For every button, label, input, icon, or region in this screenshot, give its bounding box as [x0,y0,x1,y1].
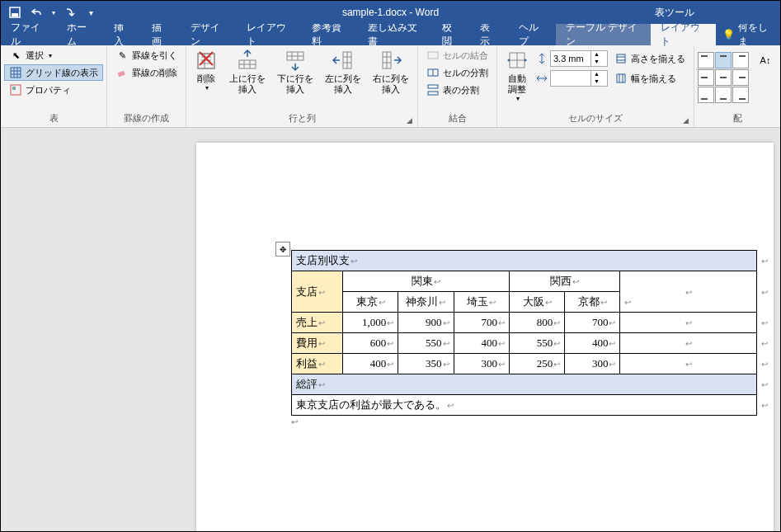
table-title-row: 支店別収支↩↩ [292,251,757,271]
properties-button[interactable]: プロパティ [4,82,103,98]
height-up[interactable]: ▲ [591,51,602,59]
table-move-handle-icon[interactable]: ✥ [275,242,290,257]
pencil-icon: ✎ [115,49,129,62]
split-cells-button[interactable]: セルの分割 [421,64,493,81]
group-align-label: 配 [698,111,777,127]
split-cells-icon [426,66,440,79]
tab-table-layout[interactable]: レイアウト [651,24,716,45]
window-title: sample-1.docx - Word [342,7,439,18]
insert-col-right-button[interactable]: 右に列を 挿入 [368,47,414,97]
tab-draw[interactable]: 描画 [142,24,180,45]
table-summary-row: 東京支店の利益が最大である。↩↩ [292,395,757,416]
tab-layout[interactable]: レイアウト [237,24,302,45]
text-dir-icon: A↕ [759,54,772,67]
align-top-right[interactable] [732,52,749,68]
ribbon-tabs: ファイル ホーム 挿入 描画 デザイン レイアウト 参考資料 差し込み文書 校閲… [1,24,780,45]
svg-rect-2 [11,68,21,78]
width-up[interactable]: ▲ [591,71,602,78]
undo-icon[interactable] [29,5,44,20]
eraser-icon [115,66,129,79]
svg-rect-5 [118,71,125,77]
align-bot-center[interactable] [715,87,732,103]
align-top-center[interactable] [715,52,732,68]
autofit-icon [506,49,529,72]
dist-rows-icon [614,52,628,65]
text-direction-button[interactable]: A↕ [754,52,777,68]
delete-icon [195,49,218,72]
group-alignment: A↕ 配 [694,45,781,127]
eraser-button[interactable]: 罫線の削除 [111,64,182,81]
insert-row-below-button[interactable]: 下に行を 挿入 [272,47,318,97]
insert-above-icon [236,49,259,72]
properties-icon [9,83,22,97]
row-height-icon [535,52,548,65]
autofit-button[interactable]: 自動調整▾ [501,47,534,105]
align-bot-left[interactable] [698,87,714,103]
svg-rect-16 [617,54,625,63]
cellsize-launcher-icon[interactable]: ◢ [683,116,689,125]
tab-references[interactable]: 参考資料 [302,24,358,45]
pointer-icon: ⬉ [9,49,22,62]
insert-row-above-button[interactable]: 上に行を 挿入 [224,47,271,97]
redo-icon[interactable] [62,5,77,20]
table-row: 費用↩ 600↩ 550↩ 400↩ 550↩ 400↩ ↩↩ [292,333,757,354]
tab-mailings[interactable]: 差し込み文書 [358,24,432,45]
tab-insert[interactable]: 挿入 [104,24,142,45]
row-height-input[interactable]: ▲▼ [550,50,608,67]
svg-rect-11 [428,52,438,59]
tab-design[interactable]: デザイン [181,24,237,45]
paragraph-mark: ↩ [291,417,761,426]
align-top-left[interactable] [698,52,714,68]
tab-help[interactable]: ヘルプ [509,24,556,45]
group-cellsize: 自動調整▾ ▲▼ ▲▼ 高さを揃える 幅を揃える セルのサイズ◢ [497,45,694,127]
tab-review[interactable]: 校閲 [432,24,470,45]
titlebar: ▾ ▾ sample-1.docx - Word 表ツール [1,1,780,24]
merge-icon [426,49,440,62]
group-draw-label: 罫線の作成 [111,111,182,127]
contextual-tools-label: 表ツール [635,6,714,20]
col-width-input[interactable]: ▲▼ [550,70,608,87]
rowscols-launcher-icon[interactable]: ◢ [407,116,412,125]
table-header-row1: 支店↩ 関東↩ 関西↩ ↩↩ [292,271,757,292]
svg-rect-6 [198,54,214,68]
save-icon[interactable] [7,5,22,20]
col-width-icon [535,72,548,85]
svg-rect-13 [428,85,438,88]
undo-dropdown[interactable]: ▾ [52,9,55,16]
align-bot-right[interactable] [732,87,749,103]
draw-table-button[interactable]: ✎罫線を引く [111,47,182,64]
tab-view[interactable]: 表示 [470,24,508,45]
table-summary-label-row: 総評↩↩ [292,374,757,395]
group-rowscols-label: 行と列◢ [190,111,414,127]
svg-rect-4 [12,87,16,90]
svg-rect-17 [617,74,625,82]
merge-cells-button: セルの結合 [421,47,493,64]
split-table-button[interactable]: 表の分割 [421,82,493,98]
align-mid-center[interactable] [715,69,732,86]
lightbulb-icon: 💡 [722,29,735,40]
page: ✥ 支店別収支↩↩ 支店↩ 関東↩ 関西↩ ↩↩ 東京↩ 神奈川↩ 埼玉↩ 大阪… [196,143,774,532]
group-merge-label: 結合 [421,111,493,127]
insert-right-icon [379,49,402,72]
distribute-rows-button[interactable]: 高さを揃える [609,50,690,67]
align-mid-left[interactable] [698,69,714,86]
tab-home[interactable]: ホーム [57,24,104,45]
word-table[interactable]: 支店別収支↩↩ 支店↩ 関東↩ 関西↩ ↩↩ 東京↩ 神奈川↩ 埼玉↩ 大阪↩ … [291,250,757,416]
qat-customize[interactable]: ▾ [83,5,98,20]
insert-col-left-button[interactable]: 左に列を 挿入 [320,47,366,97]
select-button[interactable]: ⬉選択▾ [4,47,103,64]
table-row: 売上↩ 1,000↩ 900↩ 700↩ 800↩ 700↩ ↩↩ [292,313,757,333]
group-rowscols: 削除▾ 上に行を 挿入 下に行を 挿入 左に列を 挿入 右に列を 挿入 行と列◢ [186,45,418,127]
tell-me[interactable]: 💡 何をしま [716,24,780,45]
tab-file[interactable]: ファイル [1,24,57,45]
view-gridlines-button[interactable]: グリッド線の表示 [4,64,103,81]
delete-button[interactable]: 削除▾ [190,47,223,94]
group-draw: ✎罫線を引く 罫線の削除 罫線の作成 [107,45,186,127]
width-down[interactable]: ▼ [591,78,602,86]
distribute-cols-button[interactable]: 幅を揃える [609,70,690,87]
align-mid-right[interactable] [732,69,749,86]
tell-me-text: 何をしま [738,21,774,49]
tab-table-design[interactable]: テーブル デザイン [556,24,651,45]
height-down[interactable]: ▼ [591,59,602,66]
document-area[interactable]: ✥ 支店別収支↩↩ 支店↩ 関東↩ 関西↩ ↩↩ 東京↩ 神奈川↩ 埼玉↩ 大阪… [1,128,780,532]
